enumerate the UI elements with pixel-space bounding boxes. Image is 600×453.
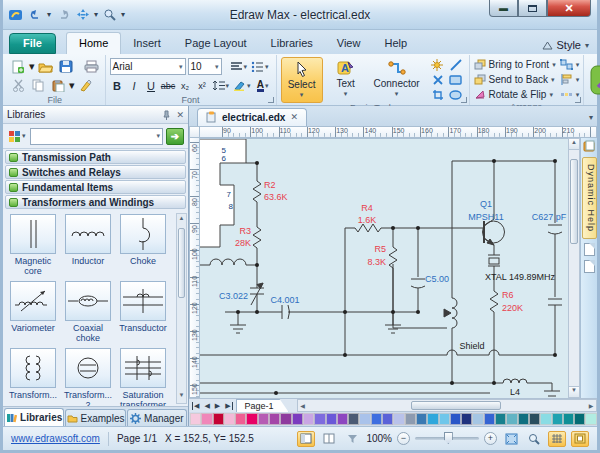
color-swatch[interactable] bbox=[563, 413, 574, 425]
tab-insert[interactable]: Insert bbox=[121, 33, 173, 54]
color-swatch[interactable] bbox=[280, 413, 291, 425]
color-swatch[interactable] bbox=[439, 413, 450, 425]
inductor-left[interactable] bbox=[200, 259, 257, 265]
color-swatch[interactable] bbox=[201, 413, 212, 425]
zoom-slider[interactable] bbox=[415, 437, 479, 440]
maximize-button[interactable] bbox=[518, 0, 547, 17]
group-button[interactable]: ▾ bbox=[560, 57, 580, 72]
help-page-icon[interactable] bbox=[584, 260, 595, 273]
color-swatch[interactable] bbox=[348, 413, 359, 425]
redo-button[interactable] bbox=[54, 7, 71, 23]
font-family-combo[interactable]: Arial▾ bbox=[110, 58, 186, 75]
color-swatch[interactable] bbox=[472, 413, 483, 425]
symbol-magnetic-core[interactable]: Magnetic core bbox=[10, 214, 56, 277]
paste-button[interactable] bbox=[49, 77, 67, 95]
grid-toggle-button[interactable] bbox=[548, 431, 566, 447]
line-spacing-button[interactable]: ▾ bbox=[212, 77, 231, 95]
color-swatch[interactable] bbox=[495, 413, 506, 425]
color-swatch[interactable] bbox=[337, 413, 348, 425]
library-group-transmission-path[interactable]: Transmission Path bbox=[5, 150, 186, 164]
first-page-button[interactable]: ◀ bbox=[192, 402, 199, 410]
library-menu-button[interactable]: ▾ bbox=[7, 127, 27, 145]
color-swatch[interactable] bbox=[292, 413, 303, 425]
fullscreen-view-button[interactable] bbox=[320, 431, 338, 447]
color-swatch[interactable] bbox=[518, 413, 529, 425]
resistor-r6[interactable] bbox=[490, 266, 498, 383]
file-menu-button[interactable]: File bbox=[9, 33, 56, 54]
undo-dropdown[interactable]: ▾ bbox=[47, 10, 51, 19]
minimize-button[interactable]: ▬ bbox=[489, 0, 518, 17]
color-swatch[interactable] bbox=[269, 413, 280, 425]
dynamic-help-tab[interactable]: Dynamic Help bbox=[582, 157, 597, 239]
next-page-button[interactable]: ▶ bbox=[215, 402, 220, 410]
send-to-back-button[interactable]: Send to Back▾ bbox=[474, 72, 556, 87]
bring-to-front-button[interactable]: Bring to Front▾ bbox=[474, 57, 556, 72]
color-swatch[interactable] bbox=[393, 413, 404, 425]
fit-to-window-button[interactable] bbox=[502, 431, 520, 447]
prev-page-button[interactable]: ◀ bbox=[204, 402, 209, 410]
rotate-flip-button[interactable]: Rotate & Flip▾ bbox=[474, 87, 556, 102]
tab-list-dropdown[interactable]: ▾ bbox=[589, 113, 593, 122]
vscroll-thumb[interactable] bbox=[570, 159, 578, 244]
color-swatch[interactable] bbox=[382, 413, 393, 425]
app-logo-icon[interactable] bbox=[7, 7, 24, 23]
normal-view-button[interactable] bbox=[297, 431, 315, 447]
zoom-out-button[interactable]: − bbox=[397, 432, 410, 445]
bottom-tab-libraries[interactable]: Libraries bbox=[4, 408, 64, 426]
find-button[interactable] bbox=[101, 7, 118, 23]
color-swatch[interactable] bbox=[484, 413, 495, 425]
rail-top[interactable] bbox=[200, 350, 555, 355]
symbol-inductor[interactable]: Inductor bbox=[65, 214, 111, 277]
color-swatch[interactable] bbox=[540, 413, 551, 425]
copy-button[interactable] bbox=[29, 77, 47, 95]
color-swatch[interactable] bbox=[450, 413, 461, 425]
tab-page-layout[interactable]: Page Layout bbox=[173, 33, 259, 54]
color-swatch[interactable] bbox=[506, 413, 517, 425]
open-button[interactable] bbox=[37, 58, 55, 76]
color-swatch[interactable] bbox=[235, 413, 246, 425]
color-swatch[interactable] bbox=[326, 413, 337, 425]
edrawsoft-link[interactable]: www.edrawsoft.com bbox=[11, 433, 100, 444]
zoom-slider-thumb[interactable] bbox=[444, 432, 453, 444]
basic-tools-dialog-launcher[interactable] bbox=[461, 97, 467, 103]
ground-1[interactable] bbox=[230, 312, 246, 333]
undo-button[interactable] bbox=[27, 7, 44, 23]
color-swatch[interactable] bbox=[359, 413, 370, 425]
color-swatch[interactable] bbox=[585, 413, 596, 425]
last-page-button[interactable]: ▶ bbox=[225, 402, 232, 410]
cut-button[interactable] bbox=[9, 77, 27, 95]
superscript-button[interactable]: x² bbox=[195, 81, 210, 91]
connector-tool-button[interactable]: Connector▾ bbox=[369, 57, 425, 103]
qat-customize-dropdown[interactable]: ▾ bbox=[121, 10, 125, 19]
page-tab[interactable]: Page-1 bbox=[236, 399, 289, 412]
pan-tool-button[interactable] bbox=[74, 7, 91, 23]
paste-dropdown[interactable]: ▾ bbox=[69, 79, 75, 92]
symbol-transformer[interactable]: Transform... bbox=[10, 348, 56, 406]
crystal-xtal[interactable] bbox=[488, 245, 500, 266]
hscroll-thumb[interactable] bbox=[411, 401, 501, 410]
align-text-button[interactable]: ▾ bbox=[229, 58, 249, 76]
tab-view[interactable]: View bbox=[325, 33, 373, 54]
library-go-button[interactable]: ➔ bbox=[166, 128, 184, 145]
pan-mode-button[interactable] bbox=[571, 431, 589, 447]
color-swatch[interactable] bbox=[405, 413, 416, 425]
resistor-r3[interactable] bbox=[253, 227, 261, 248]
color-swatch[interactable] bbox=[529, 413, 540, 425]
format-painter-button[interactable] bbox=[77, 77, 95, 95]
theme-styles-button[interactable] bbox=[588, 64, 600, 96]
zoom-tool-button[interactable] bbox=[525, 431, 543, 447]
symbol-transformer-2[interactable]: Transform... 2 bbox=[65, 348, 111, 406]
drawing-canvas[interactable]: 5 6 7 8 R2 63.6K R3 28K C3.022 C4.001 R4… bbox=[200, 138, 568, 398]
color-swatch[interactable] bbox=[246, 413, 257, 425]
zoom-in-button[interactable]: + bbox=[484, 432, 497, 445]
bold-button[interactable]: B bbox=[110, 80, 125, 92]
pin-icon[interactable] bbox=[161, 110, 171, 120]
color-swatch[interactable] bbox=[427, 413, 438, 425]
font-color-button[interactable]: A▾ bbox=[254, 77, 272, 95]
text-tool-button[interactable]: A Text▾ bbox=[325, 57, 367, 103]
symbol-choke[interactable]: Choke bbox=[120, 214, 166, 277]
help-page-icon[interactable] bbox=[584, 243, 595, 256]
symbol-variometer[interactable]: Variometer bbox=[10, 281, 56, 344]
close-button[interactable]: ✕ bbox=[547, 0, 591, 17]
library-group-fundamental-items[interactable]: Fundamental Items bbox=[5, 180, 186, 194]
